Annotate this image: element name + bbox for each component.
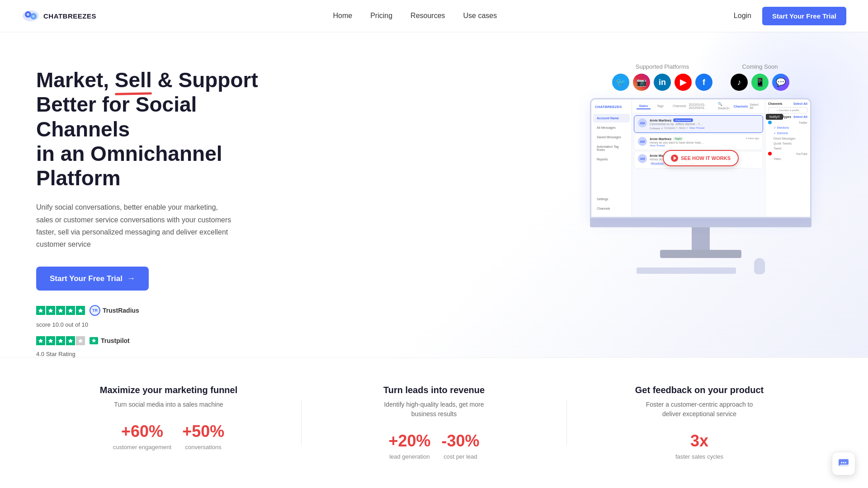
- channel-quote[interactable]: Quote Tweets: [768, 141, 807, 146]
- stat-engagement: +60% customer engagement: [113, 422, 171, 450]
- sidebar-item-channels[interactable]: Channels: [593, 204, 630, 213]
- msg-tag-2: Night: [673, 137, 683, 141]
- hero-description: Unify social conversations, better enabl…: [36, 201, 235, 250]
- stat-val-lead-gen: +20%: [388, 432, 430, 450]
- trustpilot-row: ★ Trustpilot: [36, 336, 289, 345]
- svg-point-18: [845, 462, 846, 463]
- see-how-button[interactable]: SEE HOW IT WORKS: [663, 150, 739, 166]
- supported-label: Supported Platforms: [636, 63, 689, 70]
- svg-point-16: [841, 462, 842, 463]
- app-tab-channels[interactable]: Channels: [670, 103, 689, 109]
- keyboard: [637, 267, 736, 274]
- nav-resources[interactable]: Resources: [410, 12, 445, 20]
- star-2: [46, 306, 55, 315]
- app-tab-tags[interactable]: Tags: [654, 103, 666, 109]
- keyboard-mouse-area: [637, 258, 765, 274]
- app-tab-dates[interactable]: Dates: [637, 103, 651, 109]
- sidebar-item-settings[interactable]: Settings: [593, 195, 630, 203]
- star-1: [36, 306, 45, 315]
- stat-val-sales: 3x: [690, 432, 708, 450]
- stat-title-2: Turn leads into revenue: [383, 385, 485, 395]
- stat-label-conversations: conversations: [185, 444, 222, 450]
- sidebar-item-reports[interactable]: Reports: [593, 155, 630, 164]
- stat-desc-2: Identify high-quality leads, get more bu…: [375, 400, 493, 419]
- msg-actions-1: Collapse ∨ Compare × Items × View Thread: [650, 127, 759, 130]
- stat-val-engagement: +60%: [121, 422, 163, 441]
- svg-marker-6: [48, 308, 53, 313]
- view-thread-2[interactable]: View Thread: [650, 144, 743, 147]
- channel-direct[interactable]: Direct Messages: [768, 136, 807, 141]
- chat-fab-button[interactable]: [832, 452, 855, 475]
- msg-content-1: Arnie Martinez Unprocessed Commented on …: [650, 118, 759, 130]
- svg-marker-7: [58, 308, 63, 313]
- svg-point-4: [32, 15, 35, 18]
- view-thread-btn[interactable]: View Thread: [689, 127, 704, 130]
- monitor-base: [660, 250, 741, 258]
- msg-text-2: Honey do you want to have dinner togethe…: [650, 141, 704, 144]
- stat-desc-1: Turn social media into a sales machine: [114, 400, 223, 409]
- star-4: [66, 306, 75, 315]
- tiktok-icon: ♪: [731, 74, 748, 91]
- coming-soon-label: Coming Soon: [742, 63, 778, 70]
- mouse: [754, 258, 765, 274]
- stat-numbers-3: 3x faster sales cycles: [675, 432, 723, 460]
- trustpilot-stars: [36, 336, 85, 345]
- avatar-3: AM: [638, 154, 647, 163]
- app-sidebar: CHATBREEZES Account Name All Messages Sa…: [591, 99, 632, 217]
- hero-left: Market, Sell & Support Better for Social…: [36, 59, 289, 357]
- nav-home[interactable]: Home: [333, 12, 352, 20]
- connect-profile-btn[interactable]: + Connect a profile: [768, 107, 807, 113]
- collapse-btn[interactable]: Collapse ∨: [650, 127, 663, 130]
- nav-cta-button[interactable]: Start Your Free Trial: [762, 7, 846, 25]
- channel-mentions[interactable]: ✓ Mentions: [768, 125, 807, 131]
- channel-tweet[interactable]: Tweet: [768, 146, 807, 151]
- stat-title-1: Maximize your marketing funnel: [100, 385, 238, 395]
- message-item-2[interactable]: AM Arnie Martinez Night Honey do you wan…: [634, 134, 763, 150]
- sidebar-item-saved[interactable]: Saved Messages: [593, 133, 630, 141]
- svg-marker-13: [68, 338, 73, 343]
- channel-youtube[interactable]: YouTube: [768, 151, 807, 156]
- svg-marker-10: [38, 338, 43, 343]
- svg-marker-14: [78, 338, 83, 343]
- stat-numbers-1: +60% customer engagement +50% conversati…: [113, 422, 224, 450]
- trustpilot-logo: ★ Trustpilot: [90, 337, 130, 344]
- channels-select-all[interactable]: Select All: [793, 102, 807, 105]
- svg-marker-9: [78, 308, 83, 313]
- nav-use-cases[interactable]: Use cases: [463, 12, 497, 20]
- notify-tooltip: Notify!!!: [766, 114, 783, 120]
- tp-star-5-half: [76, 336, 85, 345]
- monitor-neck: [692, 227, 710, 250]
- channel-demons[interactable]: ✓ Demons: [768, 131, 807, 136]
- nav-pricing[interactable]: Pricing: [370, 12, 392, 20]
- hero-cta-button[interactable]: Start Your Free Trial →: [36, 267, 149, 291]
- channels-label[interactable]: Channels: [734, 105, 748, 108]
- logo[interactable]: CHATBREEZES: [22, 9, 96, 22]
- msg-badge-1: Unprocessed: [673, 118, 693, 122]
- hero-cta-label: Start Your Free Trial: [50, 274, 123, 283]
- stat-cost-per-lead: -30% cost per lead: [442, 432, 480, 460]
- mt-select-all[interactable]: Select All: [793, 115, 807, 118]
- items-btn[interactable]: Items ×: [679, 127, 688, 130]
- tag-broadcast: Broadcast: [650, 162, 665, 165]
- stat-title-3: Get feedback on your product: [635, 385, 764, 395]
- tr-logo-icon: TR: [90, 305, 100, 316]
- trustradius-logo: TR TrustRadius: [90, 305, 139, 316]
- timestamp-2: 4 mins ago: [746, 137, 759, 140]
- platform-icons-coming: ♪ 📱 💬: [731, 74, 789, 91]
- sidebar-item-all-messages[interactable]: All Messages: [593, 123, 630, 132]
- sidebar-item-account[interactable]: Account Name: [593, 114, 630, 122]
- message-item-1[interactable]: AM Arnie Martinez Unprocessed Commented …: [634, 115, 763, 133]
- nav-right: Login Start Your Free Trial: [734, 7, 846, 25]
- sidebar-item-automation[interactable]: Automation Tag Rules: [593, 142, 630, 154]
- monitor-stand-bar: [590, 218, 811, 227]
- compare-btn[interactable]: Compare ×: [664, 127, 678, 130]
- stat-label-lead-gen: lead generation: [389, 453, 430, 460]
- login-link[interactable]: Login: [734, 12, 751, 20]
- app-screen: CHATBREEZES Account Name All Messages Sa…: [590, 98, 811, 218]
- select-all-btn[interactable]: Select All: [750, 103, 760, 109]
- channel-video[interactable]: Video: [768, 156, 807, 161]
- supported-platforms: Supported Platforms 🐦 📷 in ▶ f: [612, 63, 712, 91]
- hero-section: Market, Sell & Support Better for Social…: [0, 32, 868, 357]
- tp-star-1: [36, 336, 45, 345]
- channel-twitter[interactable]: Twitter: [768, 120, 807, 125]
